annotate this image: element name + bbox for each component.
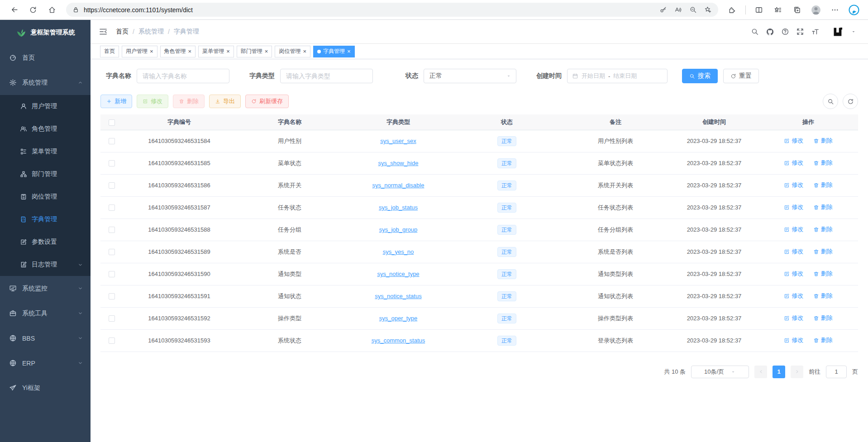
header-search-icon[interactable] (751, 28, 759, 36)
row-edit-button[interactable]: 修改 (784, 159, 803, 167)
next-page-button[interactable] (791, 366, 803, 378)
tab-close-icon[interactable]: × (150, 48, 153, 54)
tab-close-icon[interactable]: × (347, 48, 351, 54)
row-edit-button[interactable]: 修改 (784, 270, 803, 278)
sidebar-item-home[interactable]: 首页 (0, 45, 91, 70)
row-delete-button[interactable]: 删除 (813, 270, 833, 278)
add-button[interactable]: 新增 (100, 95, 132, 108)
tab-posts[interactable]: 岗位管理× (275, 46, 310, 57)
dict-type-link[interactable]: sys_normal_disable (372, 182, 424, 189)
sidebar-item-menus[interactable]: 菜单管理 (0, 140, 91, 163)
password-key-icon[interactable] (659, 6, 667, 14)
add-favorite-icon[interactable] (704, 6, 712, 14)
tab-users[interactable]: 用户管理× (122, 46, 157, 57)
sidebar-item-logs[interactable]: 日志管理 (0, 253, 91, 276)
row-edit-button[interactable]: 修改 (784, 247, 803, 256)
browser-back-button[interactable] (6, 2, 22, 18)
page-size-select[interactable]: 10条/页 (691, 366, 749, 378)
tab-close-icon[interactable]: × (303, 48, 306, 54)
row-checkbox[interactable] (109, 138, 115, 144)
row-delete-button[interactable]: 删除 (813, 137, 833, 145)
dict-type-link[interactable]: sys_notice_status (375, 293, 421, 299)
edit-button-disabled[interactable]: 修改 (137, 95, 168, 108)
sidebar-item-tools[interactable]: 系统工具 (0, 301, 91, 326)
tab-close-icon[interactable]: × (265, 48, 268, 54)
row-checkbox[interactable] (109, 204, 115, 211)
read-aloud-icon[interactable] (674, 6, 682, 14)
sidebar-item-monitor[interactable]: 系统监控 (0, 276, 91, 301)
browser-menu-icon[interactable] (827, 2, 843, 18)
sidebar-item-dict[interactable]: 字典管理 (0, 208, 91, 231)
row-edit-button[interactable]: 修改 (784, 292, 803, 300)
sidebar-item-system[interactable]: 系统管理 (0, 70, 91, 95)
search-button[interactable]: 搜索 (682, 69, 718, 83)
export-button[interactable]: 导出 (209, 95, 241, 108)
sidebar-item-params[interactable]: 参数设置 (0, 231, 91, 253)
dict-type-link[interactable]: sys_show_hide (378, 160, 419, 166)
row-checkbox[interactable] (109, 160, 115, 166)
row-delete-button[interactable]: 删除 (813, 203, 833, 211)
sidebar-item-users[interactable]: 用户管理 (0, 95, 91, 118)
row-checkbox[interactable] (109, 271, 115, 277)
row-checkbox[interactable] (109, 337, 115, 344)
address-bar[interactable]: https://ccnetcore.com:1101/system/dict (66, 3, 718, 17)
dict-type-link[interactable]: sys_job_group (379, 226, 418, 233)
row-delete-button[interactable]: 删除 (813, 314, 833, 322)
sidebar-item-bbs[interactable]: BBS (0, 326, 91, 351)
user-menu-caret-icon[interactable] (851, 29, 856, 34)
row-checkbox[interactable] (109, 182, 115, 189)
row-delete-button[interactable]: 删除 (813, 225, 833, 233)
font-size-icon[interactable] (811, 28, 820, 36)
browser-home-button[interactable] (44, 2, 60, 18)
row-checkbox[interactable] (109, 315, 115, 322)
row-edit-button[interactable]: 修改 (784, 314, 803, 322)
split-screen-icon[interactable] (751, 2, 767, 18)
status-select[interactable]: 正常 (424, 69, 516, 83)
dict-name-input[interactable] (137, 69, 229, 83)
tab-close-icon[interactable]: × (188, 48, 192, 54)
dict-type-link[interactable]: sys_common_status (372, 337, 425, 344)
row-edit-button[interactable]: 修改 (784, 181, 803, 189)
row-checkbox[interactable] (109, 249, 115, 255)
row-delete-button[interactable]: 删除 (813, 247, 833, 256)
sidebar-collapse-icon[interactable] (99, 27, 108, 36)
collections-icon[interactable] (789, 2, 805, 18)
row-delete-button[interactable]: 删除 (813, 336, 833, 344)
refresh-table-button[interactable] (843, 94, 858, 109)
sidebar-item-yi[interactable]: Yi框架 (0, 375, 91, 400)
tab-home[interactable]: 首页 (100, 46, 119, 57)
help-icon[interactable] (781, 28, 789, 36)
dict-type-link[interactable]: sys_job_status (379, 204, 418, 211)
extensions-icon[interactable] (725, 2, 740, 18)
tab-close-icon[interactable]: × (226, 48, 230, 54)
breadcrumb-home[interactable]: 首页 (116, 28, 129, 36)
dict-type-input[interactable] (280, 69, 373, 83)
row-delete-button[interactable]: 删除 (813, 292, 833, 300)
row-edit-button[interactable]: 修改 (784, 137, 803, 145)
fullscreen-icon[interactable] (796, 28, 804, 36)
goto-page-input[interactable] (826, 366, 847, 378)
sidebar-item-roles[interactable]: 角色管理 (0, 118, 91, 140)
dict-type-link[interactable]: sys_oper_type (379, 315, 418, 322)
github-icon[interactable] (766, 28, 774, 36)
sidebar-item-erp[interactable]: ERP (0, 351, 91, 375)
zoom-out-icon[interactable] (689, 6, 697, 14)
row-delete-button[interactable]: 删除 (813, 181, 833, 189)
delete-button-disabled[interactable]: 删除 (173, 95, 205, 108)
prev-page-button[interactable] (754, 366, 767, 378)
reset-button[interactable]: 重置 (723, 69, 759, 83)
tab-dict-active[interactable]: 字典管理× (313, 46, 355, 57)
row-delete-button[interactable]: 删除 (813, 159, 833, 167)
refresh-cache-button[interactable]: 刷新缓存 (245, 95, 289, 108)
tab-menus[interactable]: 菜单管理× (198, 46, 234, 57)
row-edit-button[interactable]: 修改 (784, 225, 803, 233)
dict-type-link[interactable]: sys_yes_no (383, 248, 414, 255)
tab-depts[interactable]: 部门管理× (237, 46, 272, 57)
favorites-icon[interactable] (770, 2, 786, 18)
page-number-1[interactable]: 1 (773, 366, 785, 378)
dict-type-link[interactable]: sys_notice_type (377, 271, 419, 277)
user-logo-avatar[interactable] (832, 26, 844, 38)
row-edit-button[interactable]: 修改 (784, 203, 803, 211)
row-checkbox[interactable] (109, 293, 115, 299)
sidebar-item-depts[interactable]: 部门管理 (0, 163, 91, 185)
